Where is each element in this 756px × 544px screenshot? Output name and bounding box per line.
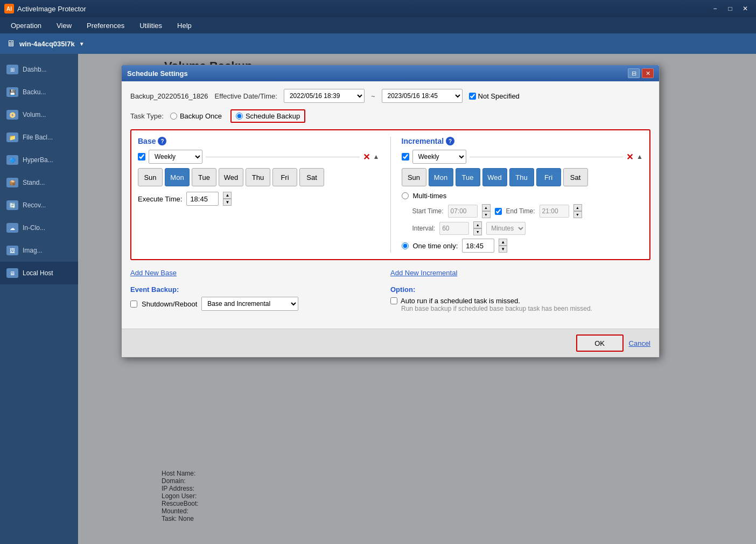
multi-times-radio[interactable] — [402, 192, 409, 199]
start-time-spinner: ▲ ▼ — [482, 204, 491, 218]
incremental-day-sat[interactable]: Sat — [563, 168, 588, 186]
sidebar-item-volume[interactable]: 📀 Volum... — [0, 103, 78, 126]
start-time-input[interactable] — [448, 205, 478, 218]
interval-down[interactable]: ▼ — [473, 228, 482, 235]
end-time-down[interactable]: ▼ — [573, 211, 582, 218]
incremental-title-text: Incremental — [402, 137, 444, 145]
base-day-sun[interactable]: Sun — [138, 168, 163, 186]
base-day-tue[interactable]: Tue — [192, 168, 216, 186]
incremental-clear-button[interactable]: ✕ — [626, 152, 633, 162]
cancel-button[interactable]: Cancel — [629, 339, 650, 347]
incremental-day-thu[interactable]: Thu — [509, 168, 534, 186]
dialog-restore-button[interactable]: ⊟ — [628, 68, 640, 78]
base-help-icon[interactable]: ? — [158, 137, 166, 145]
restore-button[interactable]: □ — [724, 3, 737, 14]
effective-start-date[interactable]: 2022/05/16 18:39 — [284, 89, 365, 103]
base-title-text: Base — [138, 137, 156, 145]
menu-view[interactable]: View — [50, 19, 78, 32]
sidebar-item-image[interactable]: 🖼 Imag... — [0, 239, 78, 262]
shutdown-reboot-checkbox[interactable] — [130, 301, 137, 308]
sidebar-item-recovery[interactable]: 🔄 Recov... — [0, 194, 78, 217]
bottom-sections: Event Backup: Shutdown/Reboot Base and I… — [130, 285, 650, 312]
incremental-collapse-button[interactable]: ▲ — [636, 153, 643, 161]
add-new-base-link[interactable]: Add New Base — [130, 269, 390, 277]
add-new-incremental-link[interactable]: Add New Incremental — [390, 269, 650, 277]
one-time-input[interactable] — [462, 239, 494, 253]
base-execute-time-input[interactable] — [186, 192, 219, 206]
base-day-wed[interactable]: Wed — [219, 168, 243, 186]
base-day-fri[interactable]: Fri — [272, 168, 297, 186]
app-title: ActiveImage Protector — [17, 5, 86, 13]
sidebar-item-hyperba[interactable]: 🔷 HyperBa... — [0, 149, 78, 171]
end-time-input[interactable] — [540, 205, 569, 218]
close-button[interactable]: ✕ — [739, 3, 752, 14]
one-time-radio[interactable] — [402, 242, 409, 249]
sidebar-item-dashboard[interactable]: ⊞ Dashb... — [0, 58, 78, 81]
base-time-down[interactable]: ▼ — [223, 199, 232, 206]
start-time-up[interactable]: ▲ — [482, 204, 491, 211]
menu-help[interactable]: Help — [171, 19, 198, 32]
sidebar-item-localhost[interactable]: 🖥 Local Host — [0, 262, 78, 284]
base-frequency-select[interactable]: Weekly — [149, 150, 202, 164]
auto-run-checkbox[interactable] — [390, 297, 397, 304]
option-title: Option: — [390, 285, 650, 294]
menu-preferences[interactable]: Preferences — [80, 19, 131, 32]
dashboard-icon: ⊞ — [6, 65, 18, 74]
incremental-title: Incremental ? — [402, 137, 643, 145]
menu-utilities[interactable]: Utilities — [133, 19, 169, 32]
sidebar-label-dashboard: Dashb... — [23, 66, 47, 73]
effective-end-date[interactable]: 2023/05/16 18:45 — [382, 89, 463, 103]
sidebar-item-incloud[interactable]: ☁ In-Clo... — [0, 217, 78, 239]
not-specified-checkbox-group: Not Specified — [469, 92, 520, 100]
schedule-backup-radio-input[interactable] — [236, 113, 243, 120]
base-day-sat[interactable]: Sat — [299, 168, 324, 186]
incremental-day-mon[interactable]: Mon — [429, 168, 453, 186]
end-time-up[interactable]: ▲ — [573, 204, 582, 211]
one-time-down[interactable]: ▼ — [499, 246, 507, 253]
execute-time-label: Execute Time: — [138, 195, 182, 203]
schedule-backup-radio[interactable]: Schedule Backup — [230, 109, 305, 123]
base-day-buttons: Sun Mon Tue Wed Thu Fri Sat — [138, 168, 380, 186]
base-day-thu[interactable]: Thu — [246, 168, 270, 186]
standby-icon: 📦 — [6, 178, 18, 187]
incloud-icon: ☁ — [6, 223, 18, 233]
incremental-divider-line — [470, 157, 624, 157]
incremental-help-icon[interactable]: ? — [446, 137, 454, 145]
backup-once-radio-input[interactable] — [170, 113, 177, 120]
base-clear-button[interactable]: ✕ — [363, 152, 370, 162]
menu-operation[interactable]: Operation — [4, 19, 48, 32]
incremental-enabled-checkbox[interactable] — [402, 153, 409, 161]
filebackup-icon: 📁 — [6, 132, 18, 142]
base-enabled-checkbox[interactable] — [138, 153, 145, 161]
sidebar-label-volume: Volum... — [23, 111, 46, 118]
minimize-button[interactable]: − — [709, 3, 722, 14]
incremental-day-wed[interactable]: Wed — [482, 168, 507, 186]
sidebar-item-standby[interactable]: 📦 Stand... — [0, 171, 78, 194]
incremental-frequency-select[interactable]: Weekly — [412, 150, 466, 164]
interval-unit-select[interactable]: Minutes — [486, 222, 526, 235]
start-time-down[interactable]: ▼ — [482, 211, 491, 218]
incremental-day-fri[interactable]: Fri — [536, 168, 561, 186]
one-time-up[interactable]: ▲ — [499, 239, 507, 246]
end-time-label: End Time: — [506, 207, 535, 215]
incremental-day-tue[interactable]: Tue — [456, 168, 480, 186]
dialog-close-button[interactable]: ✕ — [642, 68, 654, 78]
backup-once-radio[interactable]: Backup Once — [170, 112, 222, 120]
base-day-mon[interactable]: Mon — [165, 168, 190, 186]
base-collapse-button[interactable]: ▲ — [373, 153, 380, 161]
interval-input[interactable] — [439, 222, 469, 235]
host-dropdown-arrow[interactable]: ▼ — [79, 41, 85, 47]
ok-button[interactable]: OK — [576, 334, 624, 352]
execute-time-row: Execute Time: ▲ ▼ — [138, 192, 380, 206]
base-time-up[interactable]: ▲ — [223, 192, 232, 199]
hyperba-icon: 🔷 — [6, 155, 18, 165]
interval-up[interactable]: ▲ — [473, 221, 482, 228]
incremental-day-sun[interactable]: Sun — [402, 168, 426, 186]
sidebar-item-backup[interactable]: 💾 Backu... — [0, 81, 78, 103]
not-specified-checkbox[interactable] — [469, 93, 476, 100]
event-backup-select[interactable]: Base and Incremental — [201, 297, 298, 311]
base-time-spinner: ▲ ▼ — [223, 192, 232, 206]
end-time-checkbox[interactable] — [495, 208, 502, 215]
not-specified-label: Not Specified — [478, 92, 520, 100]
sidebar-item-filebackup[interactable]: 📁 File Bacl... — [0, 126, 78, 149]
